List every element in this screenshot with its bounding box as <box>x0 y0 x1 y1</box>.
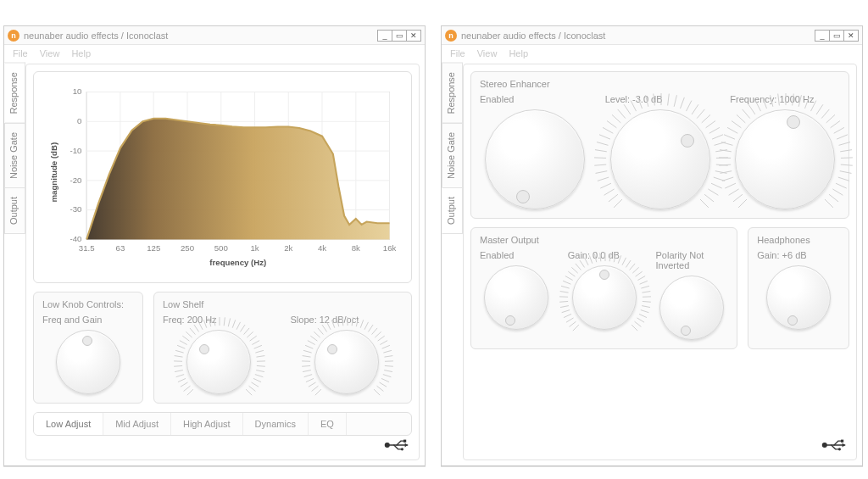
svg-marker-247 <box>843 443 845 448</box>
svg-line-236 <box>642 301 650 302</box>
knob-low-slope[interactable] <box>314 330 379 394</box>
svg-text:250: 250 <box>181 243 194 253</box>
knob-polarity[interactable] <box>659 276 724 340</box>
response-chart[interactable]: -40-30-20-10010 31.5631252505001k2k4k8k1… <box>42 79 403 274</box>
panel-title: Stereo Enhancer <box>480 79 840 89</box>
svg-line-158 <box>708 189 718 195</box>
bottom-tabs: Low Adjust Mid Adjust High Adjust Dynami… <box>33 412 412 436</box>
svg-line-130 <box>599 135 610 139</box>
svg-marker-119 <box>405 443 408 448</box>
menubar: File View Help <box>4 45 425 64</box>
svg-line-157 <box>711 183 722 188</box>
svg-line-37 <box>176 375 185 377</box>
window-title: neunaber audio effects / Iconoclast <box>461 31 815 41</box>
maximize-button[interactable]: ▭ <box>829 30 844 42</box>
master-output-panel: Master Output Enabled Gain: 0.0 dB <box>470 227 737 349</box>
svg-line-88 <box>318 328 323 335</box>
vtab-output[interactable]: Output <box>442 187 463 234</box>
master-enabled-label: Enabled <box>480 250 514 260</box>
knob-master-enable[interactable] <box>484 265 548 330</box>
usb-icon <box>821 437 848 454</box>
menu-view[interactable]: View <box>40 48 60 58</box>
titlebar[interactable]: n neunaber audio effects / Iconoclast _ … <box>4 26 425 45</box>
svg-line-41 <box>175 356 183 358</box>
menu-file[interactable]: File <box>450 48 465 58</box>
polarity-label: Polarity Not Inverted <box>656 250 729 270</box>
svg-text:10: 10 <box>73 86 82 96</box>
svg-point-243 <box>822 443 826 448</box>
svg-line-54 <box>224 317 225 326</box>
svg-line-172 <box>727 127 737 133</box>
svg-line-230 <box>635 271 642 276</box>
svg-rect-245 <box>841 440 843 443</box>
tab-dynamics[interactable]: Dynamics <box>243 413 309 435</box>
vtab-noise-gate[interactable]: Noise Gate <box>4 123 25 188</box>
app-logo-icon: n <box>8 30 19 42</box>
svg-line-74 <box>315 389 321 395</box>
close-button[interactable]: ✕ <box>406 30 421 42</box>
panel-title: Low Knob Controls: <box>42 299 134 309</box>
svg-line-35 <box>181 382 188 387</box>
menu-help[interactable]: Help <box>509 48 528 58</box>
tab-low-adjust[interactable]: Low Adjust <box>34 413 103 435</box>
svg-line-238 <box>640 310 648 313</box>
svg-line-97 <box>360 320 363 327</box>
svg-line-144 <box>686 101 691 111</box>
svg-line-146 <box>697 109 704 119</box>
svg-line-126 <box>594 164 606 165</box>
tab-high-adjust[interactable]: High Adjust <box>171 413 243 435</box>
svg-line-56 <box>232 320 235 327</box>
svg-line-85 <box>308 341 315 345</box>
svg-line-166 <box>721 171 732 174</box>
svg-line-170 <box>721 142 732 146</box>
knob-stereo-enable[interactable] <box>485 109 585 209</box>
menu-view[interactable]: View <box>477 48 498 58</box>
svg-line-150 <box>712 135 723 139</box>
tab-mid-adjust[interactable]: Mid Adjust <box>103 413 171 435</box>
svg-line-206 <box>561 310 570 313</box>
svg-line-153 <box>715 158 727 159</box>
svg-line-77 <box>306 378 314 382</box>
svg-line-195 <box>841 164 853 165</box>
tab-eq[interactable]: EQ <box>309 413 347 435</box>
svg-line-240 <box>637 318 644 322</box>
app-logo-icon: n <box>445 30 457 42</box>
hp-gain-label: Gain: +6 dB <box>757 250 806 260</box>
knob-stereo-freq[interactable] <box>735 109 835 209</box>
vtab-response[interactable]: Response <box>4 63 25 124</box>
svg-line-69 <box>255 375 264 377</box>
svg-line-226 <box>622 258 626 265</box>
vtab-output[interactable]: Output <box>4 187 25 234</box>
svg-line-216 <box>576 264 581 270</box>
usb-icon <box>383 437 410 454</box>
svg-line-148 <box>705 121 715 128</box>
minimize-button[interactable]: _ <box>377 30 392 42</box>
svg-line-147 <box>701 114 709 123</box>
knob-hp-gain[interactable] <box>766 265 831 330</box>
svg-line-64 <box>256 350 264 353</box>
knob-low-freq[interactable] <box>186 330 251 394</box>
svg-line-145 <box>692 104 698 114</box>
svg-text:16k: 16k <box>383 243 397 253</box>
svg-line-161 <box>738 199 747 208</box>
titlebar[interactable]: n neunaber audio effects / Iconoclast _ … <box>442 26 862 45</box>
minimize-button[interactable]: _ <box>815 30 830 42</box>
svg-line-194 <box>841 158 853 159</box>
svg-line-58 <box>241 325 246 331</box>
menu-help[interactable]: Help <box>71 48 91 58</box>
maximize-button[interactable]: ▭ <box>392 30 407 42</box>
knob-stereo-level[interactable] <box>610 109 710 209</box>
close-button[interactable]: ✕ <box>843 30 859 42</box>
vtab-noise-gate[interactable]: Noise Gate <box>442 123 463 188</box>
menu-file[interactable]: File <box>13 48 28 58</box>
vtab-response[interactable]: Response <box>442 63 463 124</box>
svg-line-143 <box>680 97 684 109</box>
knob-master-gain[interactable] <box>572 265 637 330</box>
knob-low-mode[interactable] <box>56 330 120 394</box>
svg-line-62 <box>253 341 260 345</box>
response-chart-panel: -40-30-20-10010 31.5631252505001k2k4k8k1… <box>33 71 412 283</box>
svg-line-167 <box>719 164 731 165</box>
svg-line-199 <box>833 189 843 195</box>
svg-line-154 <box>715 164 727 165</box>
svg-line-84 <box>305 345 313 348</box>
